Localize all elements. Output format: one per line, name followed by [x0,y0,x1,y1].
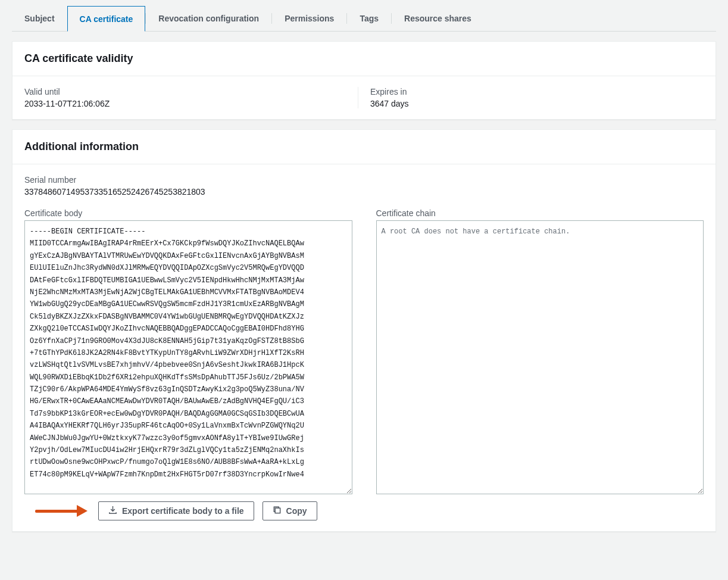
tab-subject[interactable]: Subject [12,6,67,31]
serial-value: 337848607149537335165252426745253821803 [24,187,704,197]
additional-title: Additional information [24,141,704,153]
tab-resource-shares[interactable]: Resource shares [392,6,484,31]
tab-tags[interactable]: Tags [347,6,391,31]
cert-chain-textarea[interactable] [376,220,704,494]
export-button-label: Export certificate body to a file [122,506,244,516]
export-button[interactable]: Export certificate body to a file [98,501,254,520]
tab-revocation[interactable]: Revocation configuration [146,6,271,31]
copy-icon [273,506,282,516]
expires-in-label: Expires in [370,87,692,96]
cert-body-label: Certificate body [24,208,352,218]
tab-ca-certificate[interactable]: CA certificate [67,6,146,32]
expires-in-value: 3647 days [370,99,692,108]
serial-label: Serial number [24,175,704,185]
callout-arrow-icon [24,505,90,517]
valid-until-value: 2033-11-07T21:06:06Z [24,99,346,108]
copy-button[interactable]: Copy [263,501,317,520]
download-icon [108,506,117,516]
copy-button-label: Copy [286,506,307,516]
cert-body-textarea[interactable] [24,220,352,494]
validity-title: CA certificate validity [24,52,704,65]
additional-panel: Additional information Serial number 337… [12,129,716,532]
validity-panel: CA certificate validity Valid until 2033… [12,41,716,120]
tab-permissions[interactable]: Permissions [272,6,346,31]
cert-chain-label: Certificate chain [376,208,704,218]
svg-rect-0 [275,508,280,513]
tabs-container: Subject CA certificate Revocation config… [12,6,716,32]
valid-until-label: Valid until [24,87,346,96]
